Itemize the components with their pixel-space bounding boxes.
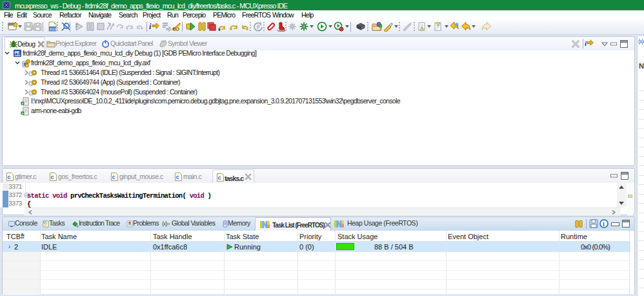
svg-text:c: c: [218, 174, 221, 181]
svg-text:c: c: [176, 174, 179, 180]
svg-text:c: c: [8, 174, 11, 180]
svg-text:i: i: [149, 22, 152, 31]
svg-text:PE: PE: [15, 50, 21, 55]
svg-text:c: c: [112, 174, 116, 180]
svg-text:010: 010: [50, 27, 57, 32]
svg-text:c: c: [51, 174, 54, 180]
svg-text:i: i: [585, 39, 587, 47]
